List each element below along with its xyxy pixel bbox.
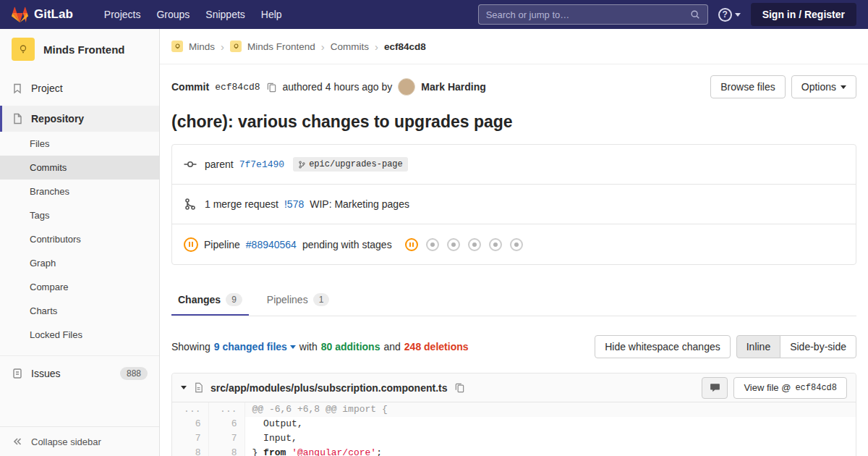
minds-frontend-avatar	[230, 41, 242, 52]
brand-name: GitLab	[34, 7, 73, 22]
changed-files-dropdown[interactable]: 9 changed files	[214, 341, 296, 352]
top-navbar: GitLab Projects Groups Snippets Help Sig…	[0, 0, 868, 29]
new-line-number[interactable]: 6	[208, 417, 244, 431]
diff-file-path[interactable]: src/app/modules/plus/subscription.compon…	[210, 382, 448, 394]
sidebar-item-project[interactable]: Project	[0, 75, 159, 101]
merge-request-row: 1 merge request !578 WIP: Marketing page…	[172, 185, 856, 224]
global-search[interactable]	[478, 4, 708, 25]
changes-count-badge: 9	[226, 293, 242, 306]
tab-pipelines[interactable]: Pipelines 1	[260, 284, 336, 316]
diff-stats-bar: Showing 9 changed files with 80 addition…	[171, 335, 856, 358]
bookmark-icon	[12, 83, 23, 94]
new-line-number: ...	[208, 402, 244, 417]
pipeline-status-text: pending with stages	[302, 239, 392, 250]
chevron-down-icon	[841, 85, 846, 92]
diff-table: ... ... @@ -6,6 +6,8 @@ import { 6 6 Out…	[172, 402, 856, 456]
pipeline-mini-graph	[405, 238, 523, 251]
sidebar-item-issues[interactable]: Issues 888	[0, 360, 159, 387]
sidebar-item-files[interactable]: Files	[0, 132, 159, 156]
chevron-down-icon	[290, 345, 296, 352]
help-menu[interactable]	[718, 8, 741, 22]
stage-created-icon[interactable]	[510, 238, 523, 251]
sign-in-button[interactable]: Sign in / Register	[751, 3, 856, 26]
breadcrumb-separator	[375, 41, 378, 53]
author-name-link[interactable]: Mark Harding	[421, 81, 485, 93]
sidebar-item-branches[interactable]: Branches	[0, 180, 159, 203]
parent-sha-link[interactable]: 7f7e1490	[239, 159, 284, 170]
issues-icon	[12, 368, 23, 379]
project-context-header[interactable]: Minds Frontend	[0, 29, 159, 68]
stage-created-icon[interactable]	[426, 238, 439, 251]
hunk-header-row: ... ... @@ -6,6 +6,8 @@ import {	[172, 402, 856, 417]
mr-count-text: 1 merge request	[205, 198, 278, 210]
breadcrumb-minds-frontend[interactable]: Minds Frontend	[247, 41, 315, 52]
options-dropdown-button[interactable]: Options	[791, 75, 856, 98]
diff-line-row: 6 6 Output,	[172, 417, 856, 431]
old-line-number[interactable]: 8	[172, 446, 208, 456]
diff-view-toggle: Inline Side-by-side	[736, 335, 856, 358]
and-text: and	[383, 341, 400, 352]
commit-tabs: Changes 9 Pipelines 1	[171, 284, 856, 316]
file-text-icon	[193, 382, 204, 393]
inline-view-button[interactable]: Inline	[736, 335, 780, 358]
sidebar-item-contributors[interactable]: Contributors	[0, 227, 159, 251]
gitlab-home-link[interactable]: GitLab	[12, 7, 73, 23]
view-file-button[interactable]: View file @ ecf84cd8	[733, 377, 847, 399]
parent-label: parent	[205, 159, 234, 170]
sidebar-item-commits[interactable]: Commits	[0, 156, 159, 180]
copy-sha-icon[interactable]	[266, 82, 277, 93]
breadcrumb-minds[interactable]: Minds	[189, 41, 215, 52]
chevrons-left-icon	[12, 436, 23, 447]
breadcrumb-commits[interactable]: Commits	[331, 41, 369, 52]
sidebar-divider: Issues 888	[0, 355, 159, 387]
hunk-header-text: @@ -6,6 +6,8 @@ import {	[244, 402, 856, 417]
collapse-sidebar-button[interactable]: Collapse sidebar	[0, 427, 159, 456]
copy-path-icon[interactable]	[454, 382, 465, 393]
side-by-side-view-button[interactable]: Side-by-side	[780, 335, 856, 358]
author-avatar[interactable]	[398, 78, 415, 96]
document-icon	[12, 113, 23, 124]
new-line-number[interactable]: 8	[208, 446, 244, 456]
commit-info-box: parent 7f7e1490 epic/upgrades-page 1 mer…	[171, 144, 856, 265]
nav-snippets[interactable]: Snippets	[197, 4, 252, 25]
merge-request-icon	[184, 198, 197, 211]
pipeline-id-link[interactable]: #88940564	[246, 239, 297, 250]
stage-created-icon[interactable]	[489, 238, 502, 251]
stage-created-icon[interactable]	[468, 238, 481, 251]
sidebar-item-locked-files[interactable]: Locked Files	[0, 323, 159, 347]
breadcrumb: Minds Minds Frontend Commits ecf84cd8	[160, 29, 868, 64]
diff-line-row: 7 7 Input,	[172, 431, 856, 446]
sidebar-item-graph[interactable]: Graph	[0, 251, 159, 275]
toggle-comments-button[interactable]	[702, 377, 728, 399]
help-icon	[718, 8, 732, 22]
sidebar-footer: Collapse sidebar	[0, 426, 159, 456]
main-menu: Projects Groups Snippets Help	[96, 4, 290, 25]
hide-whitespace-button[interactable]: Hide whitespace changes	[595, 335, 731, 358]
sidebar-item-compare[interactable]: Compare	[0, 275, 159, 299]
nav-help[interactable]: Help	[253, 4, 290, 25]
sidebar-item-tags[interactable]: Tags	[0, 203, 159, 227]
code-line: Input,	[244, 431, 856, 446]
stage-pending-icon[interactable]	[405, 238, 418, 251]
old-line-number[interactable]: 6	[172, 417, 208, 431]
diff-file-header: src/app/modules/plus/subscription.compon…	[172, 373, 856, 402]
branch-ref-tag[interactable]: epic/upgrades-page	[293, 157, 408, 172]
parent-row: parent 7f7e1490 epic/upgrades-page	[172, 145, 856, 185]
breadcrumb-separator	[221, 41, 224, 53]
sidebar-item-repository[interactable]: Repository	[0, 106, 159, 132]
project-avatar	[12, 38, 35, 61]
nav-groups[interactable]: Groups	[148, 4, 197, 25]
tab-changes[interactable]: Changes 9	[171, 284, 249, 316]
nav-projects[interactable]: Projects	[96, 4, 149, 25]
sidebar-item-charts[interactable]: Charts	[0, 299, 159, 323]
browse-files-button[interactable]: Browse files	[710, 75, 785, 98]
new-line-number[interactable]: 7	[208, 431, 244, 446]
commit-sha: ecf84cd8	[215, 82, 260, 93]
search-input[interactable]	[486, 9, 690, 20]
pipeline-status-pending-icon[interactable]	[184, 237, 198, 252]
old-line-number[interactable]: 7	[172, 431, 208, 446]
mr-ref-link[interactable]: !578	[284, 198, 304, 210]
chevron-down-icon	[735, 13, 741, 20]
stage-created-icon[interactable]	[447, 238, 460, 251]
collapse-diff-icon[interactable]	[181, 386, 187, 392]
